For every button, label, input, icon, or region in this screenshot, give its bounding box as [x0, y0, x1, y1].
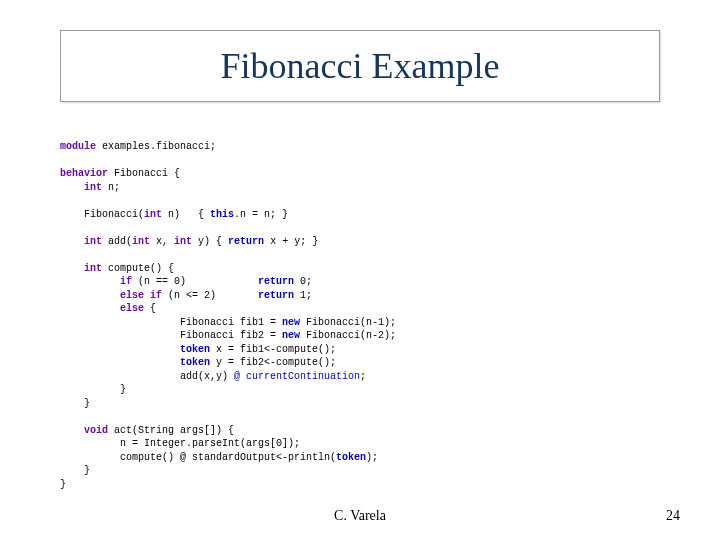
code-text: n) {: [162, 209, 210, 220]
code-text: n;: [102, 182, 120, 193]
code-text: [60, 236, 84, 247]
code-text: add(x,y): [60, 371, 234, 382]
kw-int: int: [174, 236, 192, 247]
footer-author: C. Varela: [0, 508, 720, 524]
code-text: Fibonacci fib2 =: [60, 330, 282, 341]
code-text: n = Integer.parseInt(args[0]);: [60, 438, 300, 449]
code-text: act(String args[]) {: [108, 425, 234, 436]
code-text: y) {: [192, 236, 228, 247]
kw-int: int: [84, 263, 102, 274]
kw-return: return: [228, 236, 264, 247]
code-text: Fibonacci(n-2);: [300, 330, 396, 341]
kw-return: return: [258, 290, 294, 301]
code-text: .n = n; }: [234, 209, 288, 220]
code-text: 0;: [294, 276, 312, 287]
kw-int: int: [84, 236, 102, 247]
code-text: compute() @ standardOutput<-println(: [60, 452, 336, 463]
code-text: Fibonacci(: [60, 209, 144, 220]
code-text: compute() {: [102, 263, 174, 274]
slide-title: Fibonacci Example: [69, 45, 651, 87]
code-text: }: [60, 465, 90, 476]
kw-this: this: [210, 209, 234, 220]
code-text: ;: [360, 371, 366, 382]
slide-title-box: Fibonacci Example: [60, 30, 660, 102]
code-text: [60, 263, 84, 274]
kw-else: else: [120, 303, 144, 314]
code-text: [60, 290, 120, 301]
code-text: [60, 357, 180, 368]
code-text: }: [60, 398, 90, 409]
code-text: [60, 276, 120, 287]
code-block: module examples.fibonacci; behavior Fibo…: [60, 140, 660, 480]
kw-void: void: [84, 425, 108, 436]
kw-token: token: [180, 357, 210, 368]
kw-elseif: else if: [120, 290, 162, 301]
code-text: [60, 344, 180, 355]
code-text: Fibonacci fib1 =: [60, 317, 282, 328]
kw-int: int: [144, 209, 162, 220]
kw-int: int: [132, 236, 150, 247]
code-text: add(: [102, 236, 132, 247]
code-text: (n == 0): [132, 276, 258, 287]
code-text: 1;: [294, 290, 312, 301]
kw-if: if: [120, 276, 132, 287]
code-text: (n <= 2): [162, 290, 258, 301]
code-text: Fibonacci {: [108, 168, 180, 179]
page-number: 24: [666, 508, 680, 524]
code-text: [60, 303, 120, 314]
kw-new: new: [282, 317, 300, 328]
kw-behavior: behavior: [60, 168, 108, 179]
code-text: }: [60, 384, 126, 395]
code-text: x,: [150, 236, 174, 247]
code-text: );: [366, 452, 378, 463]
code-text: [60, 425, 84, 436]
kw-int: int: [84, 182, 102, 193]
code-text: x + y; }: [264, 236, 318, 247]
code-text: y = fib2<-compute();: [210, 357, 336, 368]
code-text: Fibonacci(n-1);: [300, 317, 396, 328]
kw-module: module: [60, 141, 96, 152]
kw-return: return: [258, 276, 294, 287]
code-text: [60, 182, 84, 193]
kw-token: token: [336, 452, 366, 463]
code-text: examples.fibonacci;: [96, 141, 216, 152]
current-continuation: @ currentContinuation: [234, 371, 360, 382]
code-text: {: [144, 303, 156, 314]
code-text: }: [60, 479, 66, 490]
code-text: x = fib1<-compute();: [210, 344, 336, 355]
kw-new: new: [282, 330, 300, 341]
kw-token: token: [180, 344, 210, 355]
